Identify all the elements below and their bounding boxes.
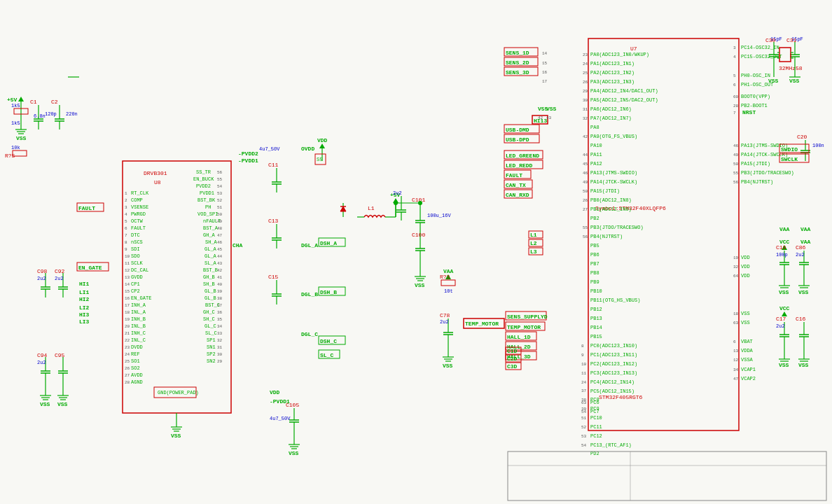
svg-text:33: 33 xyxy=(217,331,223,336)
svg-text:2u2: 2u2 xyxy=(796,252,805,258)
svg-text:SL_A: SL_A xyxy=(204,260,217,266)
svg-text:SH_B: SH_B xyxy=(203,281,215,287)
svg-text:2u2: 2u2 xyxy=(393,190,402,196)
svg-text:24: 24 xyxy=(583,62,588,66)
svg-text:10t: 10t xyxy=(444,288,453,294)
svg-text:VCC: VCC xyxy=(779,305,790,312)
svg-text:LI2: LI2 xyxy=(79,304,90,311)
svg-text:OVDD: OVDD xyxy=(301,146,314,152)
svg-text:-PVDD1: -PVDD1 xyxy=(238,158,258,164)
svg-text:2u2: 2u2 xyxy=(440,319,449,325)
svg-text:100p: 100p xyxy=(776,252,788,258)
svg-text:CP1: CP1 xyxy=(131,281,140,287)
svg-text:PB8: PB8 xyxy=(590,270,599,276)
svg-text:OCTW: OCTW xyxy=(131,218,144,224)
svg-text:8: 8 xyxy=(581,344,584,349)
svg-text:L1: L1 xyxy=(530,232,537,238)
svg-text:VSS: VSS xyxy=(798,289,809,295)
svg-text:STM32F405RGT6: STM32F405RGT6 xyxy=(599,394,643,400)
svg-text:AVDD: AVDD xyxy=(131,372,143,378)
svg-text:PC10: PC10 xyxy=(590,415,602,421)
svg-text:LED_GREEND: LED_GREEND xyxy=(506,153,539,159)
svg-text:BST_C: BST_C xyxy=(205,302,220,308)
svg-text:PB4(NJTRST): PB4(NJTRST) xyxy=(741,179,773,185)
schematic-canvas: VSS +5V 1k5 C1 120p C2 220n 6.8n 1k5 10k… xyxy=(0,0,832,504)
svg-text:VSS: VSS xyxy=(741,311,750,316)
svg-text:6: 6 xyxy=(733,83,736,88)
svg-text:INH_A: INH_A xyxy=(131,302,146,308)
svg-text:nFAULT: nFAULT xyxy=(203,218,221,224)
svg-text:FAULT: FAULT xyxy=(78,205,95,211)
svg-text:VBAT: VBAT xyxy=(741,339,753,344)
svg-text:USB-DMD: USB-DMD xyxy=(506,127,529,133)
svg-text:1k5: 1k5 xyxy=(11,120,20,126)
svg-text:RT_CLK: RT_CLK xyxy=(131,190,149,196)
svg-text:DRVB301: DRVB301 xyxy=(144,170,167,176)
svg-text:SP1: SP1 xyxy=(207,337,216,343)
svg-text:5: 5 xyxy=(733,74,736,78)
svg-text:PA2(ADC123_IN2): PA2(ADC123_IN2) xyxy=(590,70,635,76)
svg-text:LI3: LI3 xyxy=(79,318,90,325)
svg-text:PC11: PC11 xyxy=(590,424,602,430)
svg-text:53: 53 xyxy=(217,191,223,196)
svg-text:36: 36 xyxy=(217,310,223,315)
svg-text:42: 42 xyxy=(217,268,223,273)
svg-text:9: 9 xyxy=(125,247,127,252)
svg-text:GL_A: GL_A xyxy=(204,246,217,252)
svg-text:EN_BUCK: EN_BUCK xyxy=(193,176,214,182)
svg-text:1: 1 xyxy=(125,191,127,196)
svg-text:51: 51 xyxy=(581,416,587,421)
svg-text:23: 23 xyxy=(125,345,130,350)
svg-text:24: 24 xyxy=(581,380,587,385)
svg-text:C15: C15 xyxy=(268,274,279,280)
svg-text:PA9(OTG_FS_VBUS): PA9(OTG_FS_VBUS) xyxy=(590,134,637,139)
svg-text:19: 19 xyxy=(125,317,130,322)
svg-text:PA15(JTDI): PA15(JTDI) xyxy=(590,188,620,194)
svg-text:BST_B: BST_B xyxy=(203,267,218,273)
svg-text:C100: C100 xyxy=(412,232,425,238)
svg-text:DSH_A: DSH_A xyxy=(320,240,337,246)
svg-text:46: 46 xyxy=(733,144,739,148)
svg-text:23: 23 xyxy=(583,52,588,57)
svg-text:TEMP_MOTOR: TEMP_MOTOR xyxy=(507,324,541,330)
svg-text:CAN_RXD: CAN_RXD xyxy=(506,192,529,198)
svg-text:C1D: C1D xyxy=(507,348,518,354)
svg-text:PC9: PC9 xyxy=(590,406,599,412)
svg-text:PB2-BOOT1: PB2-BOOT1 xyxy=(741,103,768,108)
svg-text:2u2: 2u2 xyxy=(55,276,64,281)
svg-rect-0 xyxy=(0,0,832,504)
svg-text:4u7_50V: 4u7_50V xyxy=(259,146,280,152)
svg-text:50: 50 xyxy=(733,162,739,167)
svg-text:FAULT: FAULT xyxy=(506,172,522,178)
svg-text:S5: S5 xyxy=(317,157,322,162)
svg-text:PC12: PC12 xyxy=(590,433,602,439)
svg-text:44: 44 xyxy=(583,153,588,158)
svg-text:6: 6 xyxy=(733,340,736,344)
svg-text:32: 32 xyxy=(217,338,223,343)
svg-text:44: 44 xyxy=(217,254,223,259)
svg-text:120p: 120p xyxy=(45,111,57,117)
svg-text:VSS: VSS xyxy=(779,289,789,295)
svg-text:PA11: PA11 xyxy=(590,152,602,158)
svg-text:DTC: DTC xyxy=(131,232,140,238)
svg-text:63: 63 xyxy=(733,321,739,326)
svg-text:55: 55 xyxy=(583,225,588,230)
svg-text:PA4(ADC12_IN4/DAC1_OUT): PA4(ADC12_IN4/DAC1_OUT) xyxy=(590,88,658,94)
svg-text:SN1: SN1 xyxy=(207,344,216,350)
svg-text:C105: C105 xyxy=(286,402,299,408)
svg-text:C92: C92 xyxy=(55,268,65,274)
svg-text:PC8: PC8 xyxy=(590,397,599,402)
svg-text:VSENSE: VSENSE xyxy=(131,204,148,210)
svg-text:7: 7 xyxy=(733,111,736,115)
svg-text:FAULT: FAULT xyxy=(131,225,146,231)
svg-text:VSS: VSS xyxy=(798,362,809,368)
svg-text:PB3(JTDO/TRACESWO): PB3(JTDO/TRACESWO) xyxy=(590,225,644,230)
svg-text:PB1(ADC12_IN9): PB1(ADC12_IN9) xyxy=(590,206,632,212)
svg-text:VSS: VSS xyxy=(546,106,557,112)
svg-text:PC3(ADC123_IN13): PC3(ADC123_IN13) xyxy=(590,370,637,376)
svg-text:C98: C98 xyxy=(37,268,48,274)
svg-text:SDI: SDI xyxy=(131,246,140,252)
svg-text:PA13(JTMS-SWDIO): PA13(JTMS-SWDIO) xyxy=(590,170,637,176)
svg-text:6.8n: 6.8n xyxy=(34,113,46,119)
svg-text:BST_A: BST_A xyxy=(203,225,219,231)
